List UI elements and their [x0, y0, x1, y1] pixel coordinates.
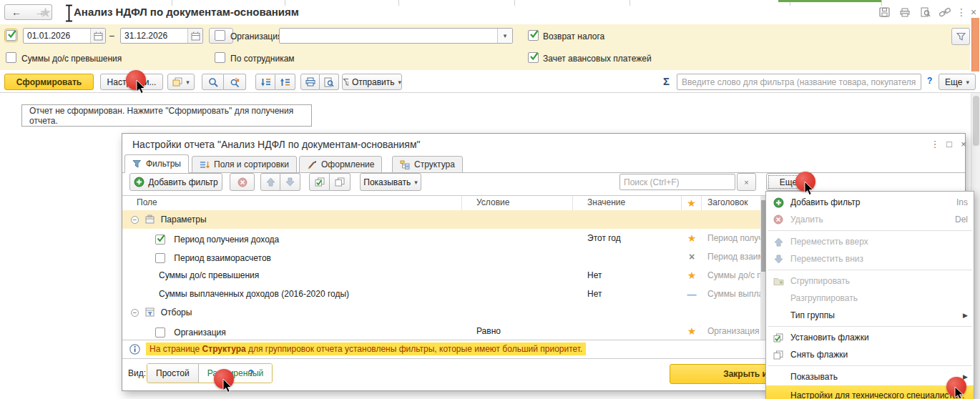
importance-star-icon[interactable]: ★	[687, 325, 697, 337]
sigma-icon[interactable]: Σ	[663, 75, 670, 87]
tab-divider	[629, 0, 630, 6]
brush-icon	[307, 160, 317, 169]
funnel-icon	[132, 159, 142, 168]
tab-structure[interactable]: Структура	[392, 156, 463, 173]
dialog-maximize-icon[interactable]: □	[943, 137, 956, 150]
advance-offset-checkbox[interactable]	[528, 52, 539, 63]
menu-item-move-down[interactable]: Переместить вниз	[766, 250, 974, 267]
filter-settings-button[interactable]	[951, 28, 970, 45]
report-toolbar: Сформировать Настройки... ▾ Отправить ▾	[0, 72, 980, 93]
selections-icon	[145, 307, 155, 317]
help-link[interactable]: ?	[927, 76, 932, 86]
move-down-button[interactable]	[280, 173, 300, 191]
close-window-icon[interactable]: ×	[966, 5, 980, 19]
titlebar: ← → ★ Анализ НДФЛ по документам-основани…	[0, 0, 980, 24]
date-to-input[interactable]	[121, 31, 187, 41]
get-link-icon[interactable]	[937, 5, 953, 19]
report-variants-button[interactable]: ▾	[167, 74, 195, 90]
date-to-field[interactable]	[120, 28, 203, 44]
back-button[interactable]: ←	[4, 4, 29, 20]
column-condition[interactable]: Условие	[462, 196, 573, 210]
row-checkbox-checked[interactable]	[155, 235, 165, 245]
collapse-icon[interactable]: −	[131, 216, 139, 224]
filter-word-input[interactable]	[677, 74, 921, 90]
dialog-tabs: Фильтры Поля и сортировки Оформление Стр…	[122, 154, 965, 173]
clear-flags-button[interactable]	[330, 173, 351, 191]
move-up-button[interactable]	[260, 173, 280, 191]
more-button[interactable]: Еще ▾	[939, 74, 976, 90]
tab-filters[interactable]: Фильтры	[124, 154, 189, 173]
send-button[interactable]: Отправить ▾	[342, 74, 402, 90]
search-button[interactable]	[202, 74, 224, 90]
add-filter-button[interactable]: Добавить фильтр	[129, 173, 222, 191]
by-employees-label: По сотрудникам	[230, 54, 295, 64]
tab-appearance[interactable]: Оформление	[299, 156, 382, 173]
mouse-cursor-icon	[222, 379, 232, 395]
row-checkbox-unchecked[interactable]	[155, 253, 165, 263]
show-dropdown-button[interactable]: Показывать ▾	[360, 173, 421, 191]
menu-item-group-type[interactable]: Тип группы▶	[766, 307, 974, 324]
menu-item-clear-flags[interactable]: Снять флажки	[766, 346, 974, 363]
menu-item-technical-settings[interactable]: Настройки для технического специалиста..…	[766, 385, 974, 399]
save-icon[interactable]	[876, 5, 892, 19]
neutral-dash-icon[interactable]: —	[687, 289, 697, 300]
preview-button[interactable]	[320, 74, 339, 90]
column-star[interactable]: ★	[682, 196, 702, 210]
view-extended-button[interactable]: Расширенный	[199, 364, 273, 383]
column-field[interactable]: Поле	[122, 196, 462, 210]
menu-item-group[interactable]: Сгруппировать	[766, 272, 974, 290]
favorite-star-icon[interactable]: ★	[39, 4, 52, 21]
menu-item-ungroup[interactable]: Разгруппировать	[766, 290, 974, 307]
hidden-x-icon[interactable]: ×	[689, 251, 695, 262]
organization-input[interactable]	[280, 31, 497, 41]
calendar-icon[interactable]	[90, 29, 105, 43]
fields-sort-icon	[200, 160, 210, 169]
chevron-down-icon: ▾	[186, 79, 190, 86]
date-from-field[interactable]	[23, 28, 106, 44]
arrow-up-icon	[266, 177, 275, 187]
generate-button[interactable]: Сформировать	[4, 74, 94, 90]
print-button[interactable]	[300, 74, 320, 90]
sort-descending-button[interactable]	[255, 74, 275, 90]
set-flags-button[interactable]	[309, 173, 330, 191]
calendar-icon[interactable]	[187, 29, 202, 43]
tax-refund-checkbox[interactable]	[528, 30, 539, 41]
menu-item-show[interactable]: Показывать▶	[766, 368, 974, 385]
chevron-down-icon[interactable]: ▾	[497, 29, 512, 43]
structure-icon	[400, 160, 410, 169]
tab-fields-sorting[interactable]: Поля и сортировки	[192, 156, 297, 173]
column-value[interactable]: Значение	[573, 196, 682, 210]
help-link[interactable]: ?	[248, 368, 253, 378]
menu-item-set-flags[interactable]: Установить флажки	[766, 329, 974, 346]
importance-star-icon[interactable]: ★	[687, 270, 697, 281]
dialog-search-input[interactable]	[619, 174, 735, 190]
organization-combo[interactable]: ▾	[279, 28, 513, 44]
dialog-close-icon[interactable]: ×	[957, 137, 970, 150]
period-checkbox[interactable]	[6, 30, 16, 41]
clear-search-button[interactable]	[224, 74, 246, 90]
menu-item-delete[interactable]: УдалитьDel	[766, 211, 974, 228]
collapse-icon[interactable]: −	[131, 309, 139, 317]
menu-item-add-filter[interactable]: Добавить фильтрIns	[766, 194, 974, 211]
organization-checkbox[interactable]	[215, 30, 225, 41]
report-not-generated-message: Отчет не сформирован. Нажмите "Сформиров…	[21, 104, 312, 127]
dialog-more-icon[interactable]: ⋮	[928, 137, 941, 150]
menu-separator	[768, 270, 972, 270]
print-icon[interactable]	[897, 5, 913, 19]
print-preview-icon[interactable]	[918, 5, 934, 19]
scrollbar-thumb[interactable]	[973, 96, 979, 146]
row-checkbox-unchecked[interactable]	[155, 327, 165, 338]
folder-group-icon	[773, 277, 784, 285]
submenu-arrow-icon: ▶	[963, 312, 968, 319]
delete-filter-button[interactable]	[230, 173, 255, 191]
date-from-input[interactable]	[24, 31, 90, 41]
sort-ascending-button[interactable]	[275, 74, 295, 90]
menu-item-move-up[interactable]: Переместить вверх	[766, 233, 974, 250]
menu-separator	[768, 230, 972, 231]
clear-search-button[interactable]: ×	[737, 173, 756, 191]
by-employees-checkbox[interactable]	[215, 52, 225, 63]
view-simple-button[interactable]: Простой	[147, 364, 199, 383]
sums-threshold-checkbox[interactable]	[6, 52, 16, 63]
organization-label: Организация:	[230, 31, 285, 41]
importance-star-icon[interactable]: ★	[687, 232, 697, 244]
